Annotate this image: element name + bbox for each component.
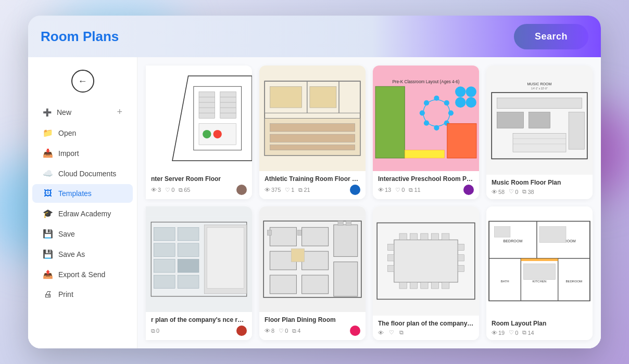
academy-icon: 🎓 xyxy=(43,209,53,218)
card-music[interactable]: MUSIC ROOM 14'-1" x 22'-0" xyxy=(486,66,593,199)
sidebar-item-export[interactable]: 📤 Export & Send xyxy=(32,265,133,284)
sidebar-item-print[interactable]: 🖨 Print xyxy=(32,285,133,304)
svg-rect-39 xyxy=(447,124,476,158)
svg-rect-52 xyxy=(513,134,566,152)
svg-rect-4 xyxy=(220,92,236,119)
sidebar-item-new-label: New xyxy=(57,108,71,116)
svg-point-35 xyxy=(424,100,429,106)
back-button[interactable]: ← xyxy=(71,70,94,93)
import-icon: 📥 xyxy=(43,148,53,158)
svg-rect-51 xyxy=(529,112,550,128)
svg-point-33 xyxy=(420,110,425,115)
card-company-partial[interactable]: r plan of the company's nce room ⧉ 0 xyxy=(146,206,252,340)
likes-stat: ♡ 0 xyxy=(279,328,288,334)
svg-rect-70 xyxy=(270,227,296,246)
card-avatar xyxy=(350,326,360,336)
svg-rect-79 xyxy=(270,275,296,294)
svg-point-43 xyxy=(466,97,476,108)
views-stat: 👁 3 xyxy=(151,187,161,193)
sidebar-item-save-label: Save xyxy=(58,230,75,238)
card-room-layout[interactable]: BEDROOM LIVING ROOM BATH KITCHEN BEDROOM xyxy=(486,206,593,340)
copies-stat: ⧉ 21 xyxy=(298,187,310,193)
card-avatar xyxy=(350,185,360,195)
search-button[interactable]: Search xyxy=(514,24,588,49)
sidebar-item-save-as[interactable]: 💾 Save As xyxy=(32,244,133,264)
svg-rect-95 xyxy=(442,282,449,289)
svg-rect-99 xyxy=(458,244,464,250)
views-stat: 👁 8 xyxy=(265,328,274,334)
svg-rect-91 xyxy=(399,282,407,289)
svg-rect-22 xyxy=(310,86,336,108)
svg-rect-96 xyxy=(388,244,394,250)
header: Room Plans Search xyxy=(28,16,601,57)
sidebar-item-academy[interactable]: 🎓 Edraw Academy xyxy=(32,204,133,223)
sidebar-item-save[interactable]: 💾 Save xyxy=(32,224,133,243)
svg-point-15 xyxy=(213,130,222,138)
svg-point-14 xyxy=(203,130,211,138)
card-dining[interactable]: Floor Plan Dining Room 👁 8 ♡ 0 ⧉ 4 xyxy=(259,206,366,340)
svg-rect-59 xyxy=(154,243,175,257)
card-music-title: Music Room Floor Plan xyxy=(492,179,587,186)
copies-stat: ⧉ 11 xyxy=(409,187,420,193)
card-server-room[interactable]: nter Server Room Floor 👁 3 ♡ 0 ⧉ 65 xyxy=(146,66,252,199)
sidebar-item-open[interactable]: 📁 Open xyxy=(32,123,133,142)
svg-rect-78 xyxy=(302,251,329,270)
sidebar-item-cloud[interactable]: ☁️ Cloud Documents xyxy=(32,164,133,183)
svg-rect-72 xyxy=(297,230,301,235)
svg-rect-115 xyxy=(494,227,510,237)
card-preschool-title: Interactive Preschool Room Plan xyxy=(378,175,474,183)
card-dining-stats: 👁 8 ♡ 0 ⧉ 4 xyxy=(265,326,360,336)
card-company-partial-stats: ⧉ 0 xyxy=(151,326,247,336)
card-preschool[interactable]: Pre-K Classroom Layout (Ages 4-6) xyxy=(373,66,479,199)
svg-rect-64 xyxy=(178,259,199,273)
sidebar-item-cloud-label: Cloud Documents xyxy=(58,170,116,178)
card-conference-footer: The floor plan of the company's conferen… xyxy=(373,316,479,340)
card-athletic[interactable]: Athletic Training Room Floor Plan 👁 375 … xyxy=(259,66,366,199)
card-athletic-stats: 👁 375 ♡ 1 ⧉ 21 xyxy=(265,185,360,195)
views-stat: 👁 xyxy=(378,330,385,336)
svg-rect-94 xyxy=(431,282,438,289)
card-music-stats: 👁 58 ♡ 0 ⧉ 38 xyxy=(492,188,587,195)
sidebar-item-new[interactable]: ➕ New + xyxy=(32,102,133,122)
sidebar-item-print-label: Print xyxy=(58,290,73,298)
sidebar-item-export-label: Export & Send xyxy=(58,270,105,279)
svg-rect-65 xyxy=(178,275,199,289)
svg-rect-50 xyxy=(497,112,523,128)
svg-rect-3 xyxy=(199,92,215,119)
open-icon: 📁 xyxy=(43,128,53,138)
svg-rect-44 xyxy=(405,150,445,158)
svg-rect-73 xyxy=(302,227,329,246)
svg-point-40 xyxy=(455,86,466,97)
svg-text:14'-1" x 22'-0": 14'-1" x 22'-0" xyxy=(531,87,548,90)
card-company-partial-footer: r plan of the company's nce room ⧉ 0 xyxy=(146,312,252,340)
card-server-room-image xyxy=(146,66,252,171)
save-icon: 💾 xyxy=(43,229,53,239)
card-athletic-title: Athletic Training Room Floor Plan xyxy=(265,175,360,183)
svg-rect-25 xyxy=(270,134,355,142)
sidebar-item-templates[interactable]: 🖼 Templates xyxy=(32,184,133,203)
copies-stat: ⧉ 14 xyxy=(522,329,534,336)
likes-stat: ♡ 0 xyxy=(395,187,405,193)
svg-rect-87 xyxy=(410,233,417,240)
svg-rect-76 xyxy=(346,221,351,225)
plus-icon: + xyxy=(117,107,122,118)
svg-rect-75 xyxy=(338,221,343,225)
card-room-layout-title: Room Layout Plan xyxy=(492,320,587,327)
svg-rect-60 xyxy=(154,259,175,273)
sidebar-item-import-label: Import xyxy=(58,149,79,158)
likes-stat: ♡ 0 xyxy=(509,188,518,195)
new-icon: ➕ xyxy=(43,108,52,116)
likes-stat: ♡ 1 xyxy=(285,187,294,193)
card-conference[interactable]: The floor plan of the company's conferen… xyxy=(373,206,479,340)
likes-stat: ♡ 0 xyxy=(509,329,518,336)
svg-rect-100 xyxy=(458,255,464,261)
sidebar-item-import[interactable]: 📥 Import xyxy=(32,144,133,163)
cloud-icon: ☁️ xyxy=(43,168,53,178)
sidebar-item-save-as-label: Save As xyxy=(58,250,85,258)
card-room-layout-footer: Room Layout Plan 👁 19 ♡ 0 ⧉ 14 xyxy=(486,316,593,340)
views-stat: 👁 58 xyxy=(492,189,505,195)
svg-rect-116 xyxy=(539,227,566,243)
svg-text:BEDROOM: BEDROOM xyxy=(566,279,583,283)
views-stat: 👁 13 xyxy=(378,187,391,193)
copies-stat: ⧉ xyxy=(399,329,405,336)
